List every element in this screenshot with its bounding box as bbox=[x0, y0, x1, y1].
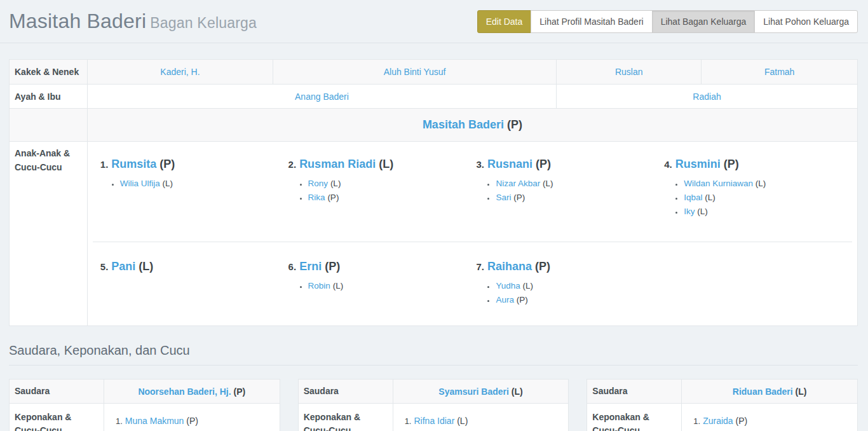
nephew-list: 1.Zuraida (P)Andika Nugraha Rahman (L) bbox=[687, 414, 852, 431]
nephew-children-list: Andika Nugraha Rahman (L) bbox=[693, 428, 852, 431]
parents-label: Ayah & Ibu bbox=[10, 85, 88, 109]
child-name-link[interactable]: Pani bbox=[111, 260, 135, 273]
nephew-child-item: Sari Mardiah (P) bbox=[420, 428, 564, 431]
button-edit-data[interactable]: Edit Data bbox=[477, 10, 532, 33]
grandchild-item: Sari (P) bbox=[496, 191, 664, 205]
button-lihat-profil-masitah-baderi[interactable]: Lihat Profil Masitah Baderi bbox=[531, 10, 652, 33]
nephew-link[interactable]: Zuraida bbox=[703, 416, 733, 426]
child-entry: 1.Rumsita (P)Wilia Ulfija (L) bbox=[100, 158, 288, 238]
child-name-link[interactable]: Rumsita bbox=[111, 158, 156, 170]
children-row: Anak-Anak & Cucu-Cucu 1.Rumsita (P)Wilia… bbox=[10, 142, 858, 326]
child-name-link[interactable]: Rusman Riadi bbox=[299, 158, 376, 170]
person-name-title: Masitah Baderi bbox=[9, 10, 146, 32]
grandparents-label: Kakek & Nenek bbox=[10, 60, 88, 85]
grandchild-item: Wilia Ulfija (L) bbox=[120, 177, 288, 191]
nephew-item: 1.Muna Makmun (P)Nafies Luthfi (L) bbox=[116, 414, 275, 431]
child-gender: (L) bbox=[376, 158, 393, 170]
grandchild-link[interactable]: Iqbal bbox=[684, 193, 702, 202]
grandchild-item: Yudha (L) bbox=[496, 279, 664, 293]
self-row-spacer bbox=[10, 109, 88, 142]
grandchild-link[interactable]: Aura bbox=[496, 295, 514, 304]
self-row: Masitah Baderi(P) bbox=[10, 109, 858, 142]
parent-cell: Anang Baderi bbox=[87, 85, 556, 109]
child-number: 7. bbox=[476, 261, 484, 272]
grandchild-link[interactable]: Sari bbox=[496, 193, 511, 202]
self-name-link[interactable]: Masitah Baderi bbox=[423, 118, 504, 131]
nephews-label: Keponakan & Cucu-Cucu bbox=[10, 404, 104, 431]
grandparent-cell: Ruslan bbox=[557, 60, 702, 85]
grandchild-link[interactable]: Yudha bbox=[496, 281, 520, 291]
sibling-name-link[interactable]: Riduan Baderi bbox=[733, 387, 793, 397]
nephews-row: Keponakan & Cucu-Cucu1.Rifna Idiar (L)Sa… bbox=[298, 404, 569, 431]
grandparent-cell: Kaderi, H. bbox=[87, 60, 273, 85]
nephews-row: Keponakan & Cucu-Cucu1.Zuraida (P)Andika… bbox=[587, 404, 858, 431]
child-heading: 3.Rusnani (P) bbox=[476, 158, 664, 171]
sibling-cards-container: SaudaraNoorsehan Baderi, Hj. (P)Keponaka… bbox=[9, 379, 858, 431]
button-lihat-bagan-keluarga[interactable]: Lihat Bagan Keluarga bbox=[652, 10, 756, 33]
grandchild-item: Rony (L) bbox=[308, 177, 477, 191]
nephew-number: 1. bbox=[116, 416, 123, 426]
button-lihat-pohon-keluarga[interactable]: Lihat Pohon Keluarga bbox=[754, 10, 858, 33]
child-number: 4. bbox=[664, 159, 672, 170]
child-entry: 7.Raihana (P)Yudha (L)Aura (P) bbox=[476, 260, 664, 317]
page-header: Masitah BaderiBagan Keluarga Edit DataLi… bbox=[0, 0, 868, 43]
child-heading: 6.Erni (P) bbox=[288, 260, 477, 273]
sibling-card-table: SaudaraRiduan Baderi (L)Keponakan & Cucu… bbox=[587, 379, 858, 431]
grandchild-link[interactable]: Wildan Kurniawan bbox=[684, 179, 753, 188]
child-name-link[interactable]: Rusmini bbox=[675, 158, 721, 170]
parent-link[interactable]: Anang Baderi bbox=[295, 92, 349, 102]
grandchildren-list: Yudha (L)Aura (P) bbox=[476, 279, 664, 307]
nephew-item: 1.Rifna Idiar (L)Sari Mardiah (P) bbox=[405, 414, 564, 431]
grandchild-gender: (P) bbox=[511, 193, 525, 202]
sibling-name-link[interactable]: Noorsehan Baderi, Hj. bbox=[138, 387, 231, 397]
section-divider bbox=[9, 365, 858, 366]
grandchild-gender: (L) bbox=[702, 193, 715, 202]
grandchild-item: Rika (P) bbox=[308, 191, 477, 205]
grandchild-link[interactable]: Wilia Ulfija bbox=[120, 179, 160, 188]
sibling-name-cell: Syamsuri Baderi (L) bbox=[393, 380, 569, 404]
grandchild-link[interactable]: Rika bbox=[308, 193, 325, 202]
sibling-name-link[interactable]: Syamsuri Baderi bbox=[438, 387, 509, 397]
nephew-children-list: Sari Mardiah (P) bbox=[405, 428, 564, 431]
parent-link[interactable]: Radiah bbox=[693, 92, 721, 102]
grandchild-link[interactable]: Rony bbox=[308, 179, 329, 188]
child-name-link[interactable]: Rusnani bbox=[487, 158, 532, 170]
nephews-cell: 1.Zuraida (P)Andika Nugraha Rahman (L) bbox=[682, 404, 858, 431]
nephew-link[interactable]: Muna Makmun bbox=[125, 416, 184, 426]
sibling-gender: (L) bbox=[793, 387, 807, 397]
child-name-link[interactable]: Erni bbox=[299, 260, 322, 273]
action-button-group: Edit DataLihat Profil Masitah BaderiLiha… bbox=[477, 10, 858, 33]
child-name-link[interactable]: Raihana bbox=[487, 260, 532, 273]
grandchild-link[interactable]: Iky bbox=[684, 207, 695, 216]
child-entry: 5.Pani (L) bbox=[100, 260, 288, 317]
sibling-label: Saudara bbox=[298, 380, 393, 404]
grandchild-gender: (P) bbox=[325, 193, 339, 202]
grandparent-link[interactable]: Ruslan bbox=[615, 67, 643, 77]
child-heading: 7.Raihana (P) bbox=[476, 260, 664, 273]
grandparent-link[interactable]: Kaderi, H. bbox=[160, 67, 200, 77]
grandparent-link[interactable]: Fatmah bbox=[764, 67, 794, 77]
parents-row: Ayah & Ibu Anang BaderiRadiah bbox=[10, 85, 858, 109]
child-entry: 2.Rusman Riadi (L)Rony (L)Rika (P) bbox=[288, 158, 477, 238]
grandchild-gender: (P) bbox=[514, 295, 528, 304]
nephew-link[interactable]: Rifna Idiar bbox=[414, 416, 454, 426]
grandchild-link[interactable]: Robin bbox=[308, 281, 330, 291]
grandparent-link[interactable]: Aluh Binti Yusuf bbox=[384, 67, 446, 77]
nephews-cell: 1.Muna Makmun (P)Nafies Luthfi (L) bbox=[104, 404, 280, 431]
grandchild-link[interactable]: Nizar Akbar bbox=[496, 179, 540, 188]
nephew-gender: (P) bbox=[184, 416, 198, 426]
grandchild-gender: (L) bbox=[695, 207, 707, 216]
grandchildren-list: Wilia Ulfija (L) bbox=[100, 177, 288, 191]
child-heading: 1.Rumsita (P) bbox=[100, 158, 288, 171]
nephews-label: Keponakan & Cucu-Cucu bbox=[298, 404, 393, 431]
grandparent-cell: Aluh Binti Yusuf bbox=[273, 60, 557, 85]
grandchild-item: Aura (P) bbox=[496, 293, 664, 307]
nephews-label: Keponakan & Cucu-Cucu bbox=[587, 404, 682, 431]
self-gender: (P) bbox=[507, 118, 522, 131]
child-gender: (P) bbox=[532, 158, 551, 170]
sibling-gender: (L) bbox=[509, 387, 523, 397]
children-cell: 1.Rumsita (P)Wilia Ulfija (L)2.Rusman Ri… bbox=[87, 142, 857, 326]
child-number: 6. bbox=[288, 261, 297, 272]
grandchildren-list: Wildan Kurniawan (L)Iqbal (L)Iky (L) bbox=[664, 177, 852, 219]
child-number: 1. bbox=[100, 159, 109, 170]
